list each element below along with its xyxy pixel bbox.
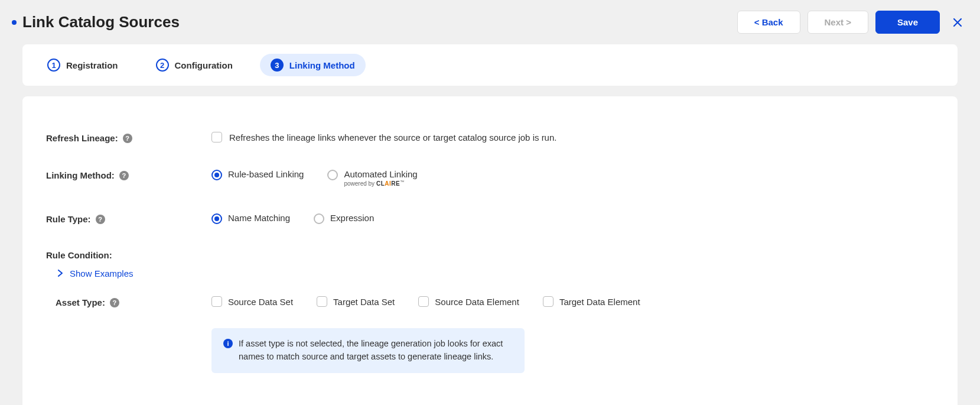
page-title: Link Catalog Sources: [22, 13, 180, 31]
radio-label: Automated Linking: [344, 169, 417, 179]
help-icon[interactable]: ?: [96, 215, 105, 224]
radio-label: Name Matching: [228, 213, 290, 223]
radio-automated[interactable]: Automated Linking powered by CLAIRE™: [327, 169, 417, 187]
radio-icon: [211, 170, 222, 180]
step-label: Configuration: [175, 60, 233, 70]
asset-source-data-set[interactable]: Source Data Set: [211, 296, 293, 307]
asset-type-row: Asset Type: ? Source Data Set Target Dat…: [46, 296, 934, 373]
refresh-lineage-checkbox[interactable]: [211, 132, 222, 142]
claire-subtext: powered by CLAIRE™: [344, 180, 417, 187]
asset-label: Target Data Set: [333, 297, 395, 307]
radio-label: Expression: [330, 213, 374, 223]
refresh-lineage-desc: Refreshes the lineage links whenever the…: [229, 132, 556, 142]
info-box: i If asset type is not selected, the lin…: [211, 328, 525, 373]
radio-icon: [314, 213, 324, 224]
asset-type-label: Asset Type:: [56, 297, 105, 307]
rule-type-row: Rule Type: ? Name Matching Expression: [46, 213, 934, 224]
checkbox[interactable]: [543, 296, 554, 307]
close-button[interactable]: [947, 12, 968, 33]
header-bar: Link Catalog Sources < Back Next > Save: [0, 0, 980, 44]
asset-target-data-element[interactable]: Target Data Element: [543, 296, 640, 307]
help-icon[interactable]: ?: [119, 171, 129, 180]
asset-target-data-set[interactable]: Target Data Set: [317, 296, 395, 307]
refresh-lineage-row: Refresh Lineage: ? Refreshes the lineage…: [46, 132, 934, 143]
rule-condition-label: Rule Condition:: [46, 250, 934, 260]
step-number: 3: [271, 59, 284, 72]
step-number: 2: [156, 59, 169, 72]
radio-label: Rule-based Linking: [228, 169, 304, 179]
radio-icon: [211, 213, 222, 224]
field-label: Rule Type: ?: [46, 213, 211, 224]
checkbox[interactable]: [418, 296, 429, 307]
field-label: Refresh Lineage: ?: [46, 132, 211, 143]
show-examples-toggle[interactable]: Show Examples: [57, 268, 934, 278]
step-number: 1: [47, 59, 60, 72]
save-button[interactable]: Save: [875, 11, 940, 34]
step-configuration[interactable]: 2 Configuration: [145, 54, 243, 76]
help-icon[interactable]: ?: [110, 298, 119, 307]
field-label: Asset Type: ?: [46, 296, 211, 307]
next-button[interactable]: Next >: [808, 11, 868, 34]
step-label: Registration: [66, 60, 118, 70]
help-icon[interactable]: ?: [123, 134, 132, 143]
step-registration[interactable]: 1 Registration: [37, 54, 129, 76]
step-linking-method[interactable]: 3 Linking Method: [260, 54, 366, 76]
checkbox[interactable]: [211, 296, 222, 307]
asset-source-data-element[interactable]: Source Data Element: [418, 296, 519, 307]
field-label: Linking Method: ?: [46, 169, 211, 180]
title-bullet: [12, 20, 17, 25]
content-card: Refresh Lineage: ? Refreshes the lineage…: [22, 96, 958, 405]
linking-method-label: Linking Method:: [46, 170, 115, 180]
header-actions: < Back Next > Save: [737, 11, 968, 34]
checkbox[interactable]: [317, 296, 327, 307]
asset-label: Source Data Set: [228, 297, 293, 307]
radio-rule-based[interactable]: Rule-based Linking: [211, 169, 304, 180]
asset-label: Target Data Element: [559, 297, 640, 307]
rule-condition-section: Rule Condition: Show Examples: [46, 250, 934, 278]
radio-expression[interactable]: Expression: [314, 213, 374, 224]
step-label: Linking Method: [289, 60, 355, 70]
show-examples-label: Show Examples: [70, 268, 134, 278]
refresh-lineage-label: Refresh Lineage:: [46, 133, 118, 143]
close-icon: [953, 18, 962, 27]
radio-icon: [327, 170, 338, 180]
rule-type-label: Rule Type:: [46, 214, 91, 224]
radio-name-matching[interactable]: Name Matching: [211, 213, 290, 224]
back-button[interactable]: < Back: [737, 11, 800, 34]
steps-tabs: 1 Registration 2 Configuration 3 Linking…: [22, 44, 958, 86]
linking-method-row: Linking Method: ? Rule-based Linking Aut…: [46, 169, 934, 187]
chevron-right-icon: [57, 268, 64, 278]
info-icon: i: [223, 339, 233, 348]
info-text: If asset type is not selected, the linea…: [239, 338, 513, 364]
asset-label: Source Data Element: [435, 297, 519, 307]
